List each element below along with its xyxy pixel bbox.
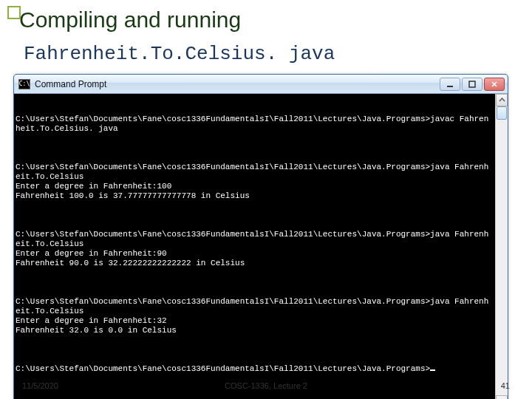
cursor-icon [430,369,435,371]
terminal-line: C:\Users\Stefan\Documents\Fane\cosc1336F… [16,230,493,268]
scroll-down-button[interactable] [496,395,508,399]
maximize-button[interactable] [462,78,482,91]
svg-rect-0 [447,86,453,87]
svg-rect-1 [469,81,475,87]
minimize-button[interactable] [440,78,460,91]
terminal-line: C:\Users\Stefan\Documents\Fane\cosc1336F… [16,297,493,335]
title-accent [7,6,21,19]
terminal-area: C:\Users\Stefan\Documents\Fane\cosc1336F… [14,94,508,399]
window-title: Command Prompt [35,79,440,89]
window-titlebar[interactable]: C:\ Command Prompt [14,75,508,94]
slide-footer: 11/5/2020 COSC-1336, Lecture 2 41 [0,381,532,390]
window-buttons [440,78,505,91]
slide-title: Compiling and running [19,7,519,33]
scroll-up-button[interactable] [496,94,508,106]
terminal-line: C:\Users\Stefan\Documents\Fane\cosc1336F… [16,115,493,134]
close-button[interactable] [484,78,505,91]
footer-course: COSC-1336, Lecture 2 [0,381,532,390]
terminal-prompt-text: C:\Users\Stefan\Documents\Fane\cosc1336F… [16,364,430,373]
vertical-scrollbar[interactable] [495,94,508,399]
minimize-icon [446,81,454,88]
terminal-line: C:\Users\Stefan\Documents\Fane\cosc1336F… [16,364,493,374]
scrollbar-thumb[interactable] [497,106,507,120]
command-prompt-window: C:\ Command Prompt C:\Users\Stefan\Docum… [13,74,508,399]
maximize-icon [468,81,476,88]
terminal-output[interactable]: C:\Users\Stefan\Documents\Fane\cosc1336F… [14,94,508,399]
chevron-up-icon [499,97,505,103]
slide-subtitle: Fahrenheit.To.Celsius. java [24,43,519,65]
terminal-line: C:\Users\Stefan\Documents\Fane\cosc1336F… [16,163,493,201]
scrollbar-track[interactable] [496,106,508,395]
command-prompt-icon: C:\ [18,79,30,89]
close-icon [491,81,498,88]
